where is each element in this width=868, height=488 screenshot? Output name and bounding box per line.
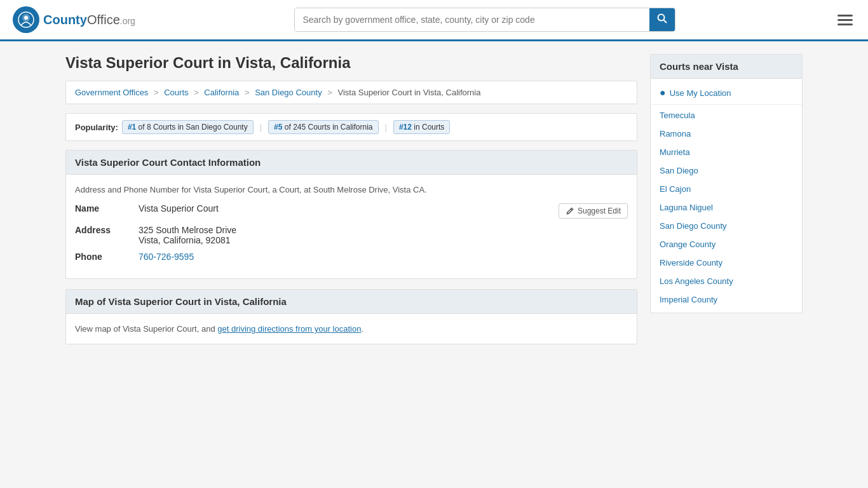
sidebar-link-los-angeles-county[interactable]: Los Angeles County — [660, 276, 733, 286]
menu-button[interactable] — [835, 12, 855, 28]
breadcrumb: Government Offices > Courts > California… — [65, 81, 637, 104]
sidebar-item-ramona: Ramona — [651, 125, 802, 143]
sidebar-link-el-cajon[interactable]: El Cajon — [660, 184, 691, 194]
sidebar-card: Courts near Vista ● Use My Location Teme… — [650, 54, 803, 313]
sidebar-header: Courts near Vista — [651, 55, 802, 79]
main-container: Vista Superior Court in Vista, Californi… — [53, 41, 815, 367]
name-info-row: Name Vista Superior Court — [75, 203, 559, 214]
map-section-body: View map of Vista Superior Court, and ge… — [66, 314, 637, 344]
contact-section-header: Vista Superior Court Contact Information — [66, 151, 637, 175]
phone-value: 760-726-9595 — [139, 252, 628, 262]
name-label: Name — [75, 203, 139, 214]
pop-divider-2: | — [385, 123, 387, 132]
address-line2: Vista, California, 92081 — [139, 235, 628, 245]
sidebar-link-murrieta[interactable]: Murrieta — [660, 147, 690, 157]
search-button[interactable] — [649, 8, 675, 31]
logo-text: CountyOffice.org — [43, 13, 135, 27]
svg-point-1 — [24, 16, 28, 20]
svg-point-3 — [658, 15, 665, 21]
content-area: Vista Superior Court in Vista, Californi… — [65, 54, 637, 355]
sidebar-list: ● Use My Location Temecula Ramona Murrie… — [651, 79, 802, 313]
sidebar-item-san-diego: San Diego — [651, 161, 802, 180]
sidebar-link-laguna-niguel[interactable]: Laguna Niguel — [660, 203, 713, 212]
map-description: View map of Vista Superior Court, and ge… — [75, 324, 628, 334]
menu-icon-line2 — [837, 19, 853, 21]
phone-link[interactable]: 760-726-9595 — [139, 252, 194, 262]
sidebar-link-san-diego[interactable]: San Diego — [660, 166, 698, 175]
sidebar-link-riverside-county[interactable]: Riverside County — [660, 258, 722, 268]
popularity-badge-3: #12 in Courts — [393, 120, 450, 134]
page-title: Vista Superior Court in Vista, Californi… — [65, 54, 637, 72]
address-label: Address — [75, 225, 139, 235]
address-line1: 325 South Melrose Drive — [139, 225, 628, 235]
contact-section: Vista Superior Court Contact Information… — [65, 150, 637, 279]
sidebar-link-ramona[interactable]: Ramona — [660, 129, 691, 139]
breadcrumb-sep-2: > — [194, 88, 199, 97]
sidebar-link-temecula[interactable]: Temecula — [660, 111, 695, 120]
name-value: Vista Superior Court — [139, 203, 559, 214]
suggest-edit-button[interactable]: Suggest Edit — [559, 203, 628, 219]
name-row: Name Vista Superior Court Suggest Edit — [75, 203, 628, 219]
menu-icon-line1 — [837, 15, 853, 17]
suggest-edit-label: Suggest Edit — [578, 207, 621, 215]
map-desc-before: View map of Vista Superior Court, and — [75, 324, 217, 334]
search-icon — [657, 13, 667, 24]
sidebar-link-orange-county[interactable]: Orange County — [660, 240, 715, 249]
sidebar-item-imperial-county: Imperial County — [651, 290, 802, 309]
sidebar-item-temecula: Temecula — [651, 106, 802, 125]
breadcrumb-link-california[interactable]: California — [204, 88, 239, 97]
use-my-location-link[interactable]: Use My Location — [670, 88, 731, 98]
menu-icon-line3 — [837, 24, 853, 25]
site-header: CountyOffice.org — [0, 0, 868, 41]
search-wrapper — [294, 8, 675, 32]
sidebar-link-san-diego-county[interactable]: San Diego County — [660, 221, 727, 231]
map-desc-after: . — [361, 324, 363, 334]
popularity-badge-1: #1 of 8 Courts in San Diego County — [122, 120, 254, 134]
logo-area: CountyOffice.org — [13, 6, 135, 33]
use-my-location-item[interactable]: ● Use My Location — [651, 83, 802, 103]
map-section: Map of Vista Superior Court in Vista, Ca… — [65, 289, 637, 344]
breadcrumb-link-san-diego-county[interactable]: San Diego County — [255, 88, 322, 97]
breadcrumb-link-govt-offices[interactable]: Government Offices — [75, 88, 148, 97]
sidebar-item-los-angeles-county: Los Angeles County — [651, 272, 802, 290]
logo-icon — [13, 6, 39, 33]
search-area — [294, 8, 675, 32]
contact-description: Address and Phone Number for Vista Super… — [75, 185, 628, 194]
popularity-badge-2: #5 of 245 Courts in California — [268, 120, 378, 134]
breadcrumb-sep-3: > — [245, 88, 250, 97]
breadcrumb-sep-1: > — [154, 88, 159, 97]
search-input[interactable] — [295, 8, 649, 31]
contact-section-body: Address and Phone Number for Vista Super… — [66, 175, 637, 278]
sidebar-item-orange-county: Orange County — [651, 235, 802, 254]
sidebar-item-laguna-niguel: Laguna Niguel — [651, 198, 802, 217]
phone-row: Phone 760-726-9595 — [75, 252, 628, 262]
popularity-bar: Popularity: #1 of 8 Courts in San Diego … — [65, 113, 637, 141]
sidebar-item-riverside-county: Riverside County — [651, 254, 802, 272]
breadcrumb-link-courts[interactable]: Courts — [164, 88, 188, 97]
breadcrumb-current: Vista Superior Court in Vista, Californi… — [337, 88, 480, 97]
address-value: 325 South Melrose Drive Vista, Californi… — [139, 225, 628, 245]
popularity-label: Popularity: — [75, 123, 118, 132]
sidebar-item-san-diego-county: San Diego County — [651, 217, 802, 235]
location-pin-icon: ● — [660, 87, 666, 98]
breadcrumb-sep-4: > — [327, 88, 332, 97]
address-row: Address 325 South Melrose Drive Vista, C… — [75, 225, 628, 245]
pop-divider-1: | — [260, 123, 262, 132]
sidebar-link-imperial-county[interactable]: Imperial County — [660, 295, 717, 304]
svg-line-4 — [664, 20, 667, 24]
sidebar-item-el-cajon: El Cajon — [651, 180, 802, 198]
driving-directions-link[interactable]: get driving directions from your locatio… — [217, 324, 361, 334]
edit-icon — [566, 207, 574, 215]
phone-label: Phone — [75, 252, 139, 262]
sidebar: Courts near Vista ● Use My Location Teme… — [650, 54, 803, 355]
sidebar-divider-0 — [651, 104, 802, 105]
map-section-header: Map of Vista Superior Court in Vista, Ca… — [66, 290, 637, 314]
svg-line-5 — [571, 209, 572, 210]
sidebar-item-murrieta: Murrieta — [651, 143, 802, 161]
